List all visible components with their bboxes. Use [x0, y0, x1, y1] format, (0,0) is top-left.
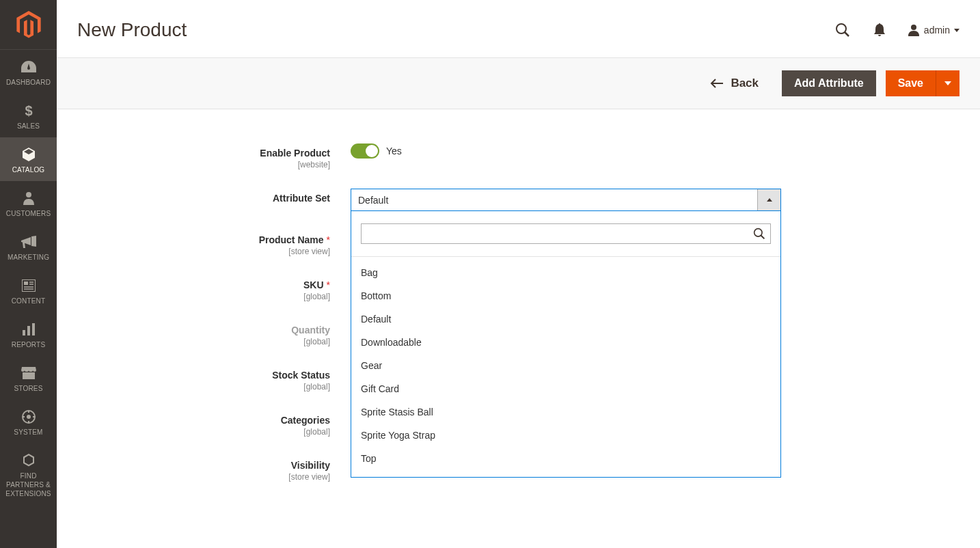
attribute-set-search-input[interactable] — [361, 223, 771, 244]
quantity-label: Quantity — [291, 325, 330, 335]
svg-point-12 — [27, 415, 31, 419]
notifications-button[interactable] — [871, 21, 888, 39]
nav-label: STORES — [14, 384, 42, 393]
label-col: Categories [global] — [166, 411, 351, 437]
nav-label: FIND PARTNERS & EXTENSIONS — [3, 471, 54, 498]
nav-label: CATALOG — [12, 165, 45, 174]
svg-rect-2 — [22, 279, 36, 292]
header-actions: admin — [834, 21, 959, 39]
main-content: New Product admin Back Add Attribute Sav… — [57, 0, 980, 521]
nav-label: CUSTOMERS — [6, 209, 51, 218]
sidebar: DASHBOARD $ SALES CATALOG CUSTOMERS MARK… — [0, 0, 57, 521]
attribute-set-option[interactable]: Bag — [351, 261, 780, 284]
customers-icon — [21, 191, 36, 206]
reports-icon — [21, 322, 36, 337]
categories-scope: [global] — [166, 427, 330, 437]
product-name-scope: [store view] — [166, 247, 330, 256]
arrow-left-icon — [710, 79, 724, 88]
attribute-set-dropdown: Bag Bottom Default Downloadable Gear Gif… — [351, 211, 781, 478]
sidebar-item-content[interactable]: CONTENT — [0, 269, 57, 312]
label-col: SKU* [global] — [166, 275, 351, 301]
product-form: Enable Product [website] Yes Attribute S… — [57, 109, 877, 521]
svg-rect-3 — [24, 282, 28, 285]
sidebar-item-partners[interactable]: FIND PARTNERS & EXTENSIONS — [0, 443, 57, 505]
page-title: New Product — [77, 19, 187, 41]
stores-icon — [21, 366, 36, 381]
sidebar-item-sales[interactable]: $ SALES — [0, 94, 57, 137]
back-button[interactable]: Back — [710, 77, 759, 90]
quantity-scope: [global] — [166, 337, 330, 346]
sidebar-item-marketing[interactable]: MARKETING — [0, 225, 57, 269]
attribute-set-option[interactable]: Bottom — [351, 284, 780, 307]
attribute-set-select[interactable]: Default — [351, 189, 781, 211]
attribute-set-options-list: Bag Bottom Default Downloadable Gear Gif… — [351, 257, 780, 477]
sidebar-item-dashboard[interactable]: DASHBOARD — [0, 50, 57, 94]
control-col: Yes — [351, 143, 856, 159]
attribute-set-value: Default — [358, 195, 388, 206]
sidebar-item-system[interactable]: SYSTEM — [0, 400, 57, 443]
attribute-set-option[interactable]: Downloadable — [351, 331, 780, 354]
toggle-track — [351, 143, 379, 159]
attribute-set-option[interactable]: Top — [351, 447, 780, 470]
search-button[interactable] — [834, 21, 852, 39]
enable-product-toggle[interactable]: Yes — [351, 143, 856, 159]
svg-rect-10 — [32, 323, 35, 335]
save-dropdown-toggle[interactable] — [936, 70, 959, 96]
nav-label: MARKETING — [8, 253, 49, 262]
chevron-down-icon — [954, 29, 959, 32]
bell-icon — [873, 23, 886, 37]
label-col: Stock Status [global] — [166, 366, 351, 392]
svg-point-17 — [836, 24, 846, 33]
toggle-value: Yes — [386, 146, 402, 156]
attribute-set-label: Attribute Set — [273, 193, 330, 204]
sku-label: SKU — [303, 279, 324, 290]
svg-line-18 — [845, 32, 849, 36]
svg-rect-8 — [23, 330, 25, 335]
row-enable-product: Enable Product [website] Yes — [166, 143, 856, 169]
dropdown-search-wrap — [351, 211, 780, 257]
select-caret — [757, 189, 780, 210]
row-attribute-set: Attribute Set Default — [166, 189, 856, 211]
label-col: Visibility [store view] — [166, 456, 351, 482]
svg-point-21 — [754, 229, 762, 236]
stock-status-label: Stock Status — [272, 370, 330, 381]
nav-label: SYSTEM — [14, 428, 42, 437]
marketing-icon — [21, 234, 36, 249]
stock-status-scope: [global] — [166, 382, 330, 392]
label-col: Enable Product [website] — [166, 143, 351, 169]
magento-logo-icon — [16, 11, 41, 38]
nav-label: SALES — [17, 122, 40, 131]
caret-down-icon — [944, 81, 951, 85]
search-icon — [753, 228, 765, 240]
caret-up-icon — [767, 198, 772, 202]
attribute-set-option[interactable]: Sprite Yoga Strap — [351, 424, 780, 447]
svg-point-1 — [26, 192, 31, 197]
content-icon — [21, 278, 36, 293]
attribute-set-option[interactable]: Default — [351, 307, 780, 331]
search-icon — [835, 23, 850, 38]
sidebar-item-stores[interactable]: STORES — [0, 356, 57, 400]
sidebar-item-catalog[interactable]: CATALOG — [0, 137, 57, 181]
sidebar-item-reports[interactable]: REPORTS — [0, 312, 57, 356]
attribute-set-option[interactable]: Gift Card — [351, 377, 780, 400]
partners-icon — [21, 453, 36, 468]
attribute-set-option[interactable]: Gear — [351, 354, 780, 377]
nav-label: REPORTS — [12, 340, 46, 349]
sidebar-item-customers[interactable]: CUSTOMERS — [0, 181, 57, 225]
logo[interactable] — [0, 0, 57, 50]
svg-line-22 — [761, 235, 764, 238]
save-button[interactable]: Save — [886, 70, 936, 96]
attribute-set-option[interactable]: Sprite Stasis Ball — [351, 400, 780, 424]
add-attribute-button[interactable]: Add Attribute — [782, 70, 876, 96]
sales-icon: $ — [21, 103, 36, 118]
svg-text:$: $ — [25, 103, 32, 118]
admin-username: admin — [924, 25, 950, 36]
nav-label: DASHBOARD — [6, 78, 51, 87]
control-col: Default Bag Bottom Defau — [351, 189, 856, 211]
nav-label: CONTENT — [12, 297, 46, 305]
back-label: Back — [731, 77, 759, 90]
label-col: Quantity [global] — [166, 320, 351, 346]
admin-user-menu[interactable]: admin — [908, 24, 959, 36]
sku-scope: [global] — [166, 292, 330, 301]
save-split-button: Save — [886, 70, 959, 96]
